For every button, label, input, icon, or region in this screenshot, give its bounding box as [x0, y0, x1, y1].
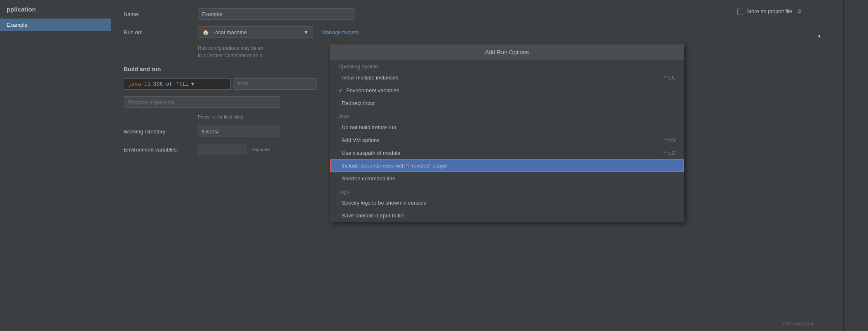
- store-label: Store as project file: [746, 8, 792, 14]
- run-on-dropdown[interactable]: 🏠 Local machine ▼: [198, 26, 313, 38]
- java-sdk-dropdown[interactable]: java 11 SDK of 'fli ▼: [124, 78, 231, 90]
- menu-item-allow-multiple[interactable]: Allow multiple instances ^⌥U: [330, 71, 684, 84]
- program-args-input[interactable]: [124, 96, 280, 108]
- store-checkbox[interactable]: [737, 9, 743, 14]
- run-on-row: Run on: 🏠 Local machine ▼ Manage targets…: [124, 26, 831, 38]
- working-dir-label: Working directory:: [124, 128, 198, 135]
- menu-item-specify-logs[interactable]: Specify logs to be shown in console: [330, 196, 684, 209]
- menu-item-save-console[interactable]: Save console output to file: [330, 209, 684, 222]
- yellow-mark: [819, 35, 820, 37]
- os-section-label: Operating System: [330, 60, 684, 71]
- sidebar-title: pplication: [0, 0, 111, 19]
- watermark: CSDN@流月up: [783, 321, 814, 327]
- java-dropdown-arrow: ▼: [191, 81, 194, 87]
- sdk-text: SDK of 'fli: [153, 81, 189, 87]
- java-keyword: java 11: [128, 81, 151, 87]
- working-dir-input[interactable]: [198, 126, 280, 137]
- env-vars-input[interactable]: [198, 144, 247, 155]
- menu-item-redirect-input[interactable]: Redirect input: [330, 97, 684, 110]
- content-area: Name: Store as project file ⚙ Run on: 🏠 …: [111, 0, 843, 331]
- run-on-label: Run on:: [124, 29, 198, 35]
- home-icon: 🏠: [202, 29, 209, 35]
- menu-item-no-build[interactable]: Do not build before run: [330, 121, 684, 134]
- store-row: Store as project file ⚙: [737, 8, 802, 14]
- menu-item-use-classpath[interactable]: Use classpath of module ^⌥O: [330, 147, 684, 159]
- sidebar: pplication Example: [0, 0, 111, 331]
- right-panel: [843, 0, 868, 331]
- local-machine-text: Local machine: [212, 29, 247, 35]
- sidebar-item-example[interactable]: Example: [0, 19, 111, 31]
- name-label: Name:: [124, 11, 198, 17]
- add-run-options-menu: Add Run Options Operating System Allow m…: [330, 44, 684, 222]
- name-row: Name: Store as project file ⚙: [124, 8, 831, 20]
- java-section-label: Java: [330, 110, 684, 121]
- menu-item-env-vars[interactable]: ✓ Environment variables: [330, 84, 684, 97]
- separate-text: Separate: [251, 147, 270, 152]
- menu-item-shorten-command[interactable]: Shorten command line: [330, 172, 684, 185]
- menu-item-include-dependencies[interactable]: Include dependencies with "Provided" sco…: [330, 159, 684, 172]
- logs-section-label: Logs: [330, 185, 684, 196]
- com-input: com: [234, 78, 317, 90]
- manage-targets-link[interactable]: Manage targets...: [321, 29, 363, 35]
- main-container: pplication Example Name: Store as projec…: [0, 0, 868, 331]
- dropdown-arrow-icon: ▼: [303, 29, 309, 35]
- env-vars-label: Environment variables:: [124, 147, 198, 153]
- menu-item-add-vm-options[interactable]: Add VM options ^⌥V: [330, 134, 684, 147]
- name-input[interactable]: [198, 8, 354, 20]
- gear-icon: ⚙: [797, 8, 802, 14]
- menu-header: Add Run Options: [330, 45, 684, 60]
